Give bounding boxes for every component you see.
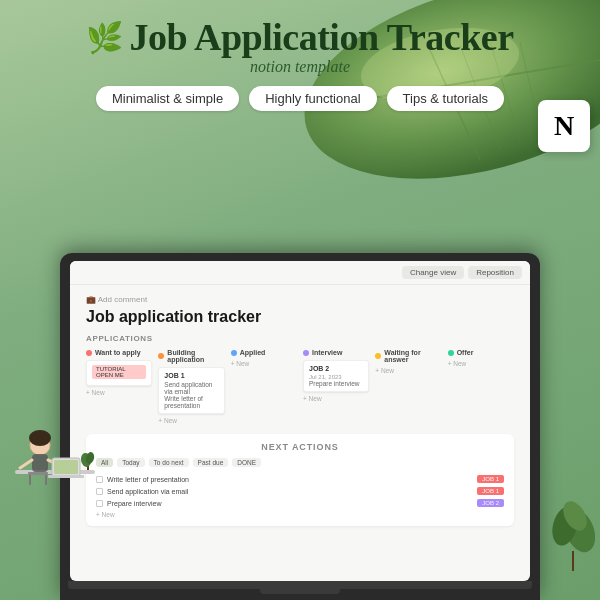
person-illustration [10,410,100,500]
kanban-new[interactable]: + New [158,417,224,424]
page-title: Job application tracker [86,308,514,326]
kanban-col-label: Interview [312,349,342,356]
card-item: Send application via email [164,381,218,395]
action-new[interactable]: + New [96,511,504,518]
notion-logo: N [538,100,590,152]
action-job-tag: JOB 1 [477,487,504,495]
card-title: JOB 2 [309,365,363,372]
action-text: Prepare interview [107,500,161,507]
kanban-dot [86,350,92,356]
kanban-col-applied: Applied + New [231,349,297,424]
badge-functional: Highly functional [249,86,376,111]
kanban-dot [375,353,381,359]
topbar-change-view[interactable]: Change view [402,266,464,279]
filter-past-due[interactable]: Past due [193,458,229,467]
laptop-stand [260,589,340,594]
svg-point-22 [29,430,51,446]
breadcrumb-text: Add comment [98,295,147,304]
subtitle: notion template [0,58,600,76]
badge-minimalist: Minimalist & simple [96,86,239,111]
svg-rect-17 [54,460,78,474]
next-actions-title: NEXT ACTIONS [96,442,504,452]
filter-todo-next[interactable]: To do next [149,458,189,467]
plant-decoration [545,491,595,580]
filter-row: All Today To do next Past due DONE [96,458,504,467]
kanban-col-building: Building application JOB 1 Send applicat… [158,349,224,424]
applications-label: APPLICATIONS [86,334,514,343]
kanban-card[interactable]: JOB 1 Send application via email Write l… [158,367,224,414]
kanban-col-label: Waiting for answer [384,349,441,363]
kanban-header-applied: Applied [231,349,297,356]
kanban-board: Want to apply TUTORIAL OPEN ME + New [86,349,514,424]
breadcrumb-icon: 💼 [86,295,98,304]
kanban-col-label: Offer [457,349,474,356]
kanban-col-offer: Offer + New [448,349,514,424]
action-item-left: Send application via email [96,488,188,495]
breadcrumb: 💼 Add comment [86,295,514,304]
action-item-1: Send application via email JOB 1 [96,485,504,497]
svg-rect-18 [48,475,84,478]
kanban-header-waiting: Waiting for answer [375,349,441,363]
kanban-col-interview: Interview JOB 2 Jul 21, 2023 Prepare int… [303,349,369,424]
action-item-0: Write letter of presentation JOB 1 [96,473,504,485]
kanban-card[interactable]: TUTORIAL OPEN ME [86,360,152,386]
filter-today[interactable]: Today [117,458,144,467]
action-job-tag: JOB 1 [477,475,504,483]
kanban-col-label: Want to apply [95,349,141,356]
laptop-screen: Change view Reposition 💼 Add comment Job… [70,261,530,581]
svg-line-14 [20,460,32,468]
notion-topbar: Change view Reposition [70,261,530,285]
title-icon: 🌿 [86,20,123,55]
kanban-dot [303,350,309,356]
title-row: 🌿 Job Application Tracker [0,18,600,56]
filter-done[interactable]: DONE [232,458,261,467]
action-item-2: Prepare interview JOB 2 [96,497,504,509]
kanban-new[interactable]: + New [375,367,441,374]
notion-logo-letter: N [554,110,574,142]
kanban-header-interview: Interview [303,349,369,356]
action-job-tag: JOB 2 [477,499,504,507]
laptop: Change view Reposition 💼 Add comment Job… [60,253,540,600]
kanban-card[interactable]: JOB 2 Jul 21, 2023 Prepare interview [303,360,369,392]
page-header: 🌿 Job Application Tracker notion templat… [0,10,600,111]
action-text: Send application via email [107,488,188,495]
kanban-dot [158,353,164,359]
badge-tips: Tips & tutorials [387,86,505,111]
main-title: Job Application Tracker [129,18,513,56]
notion-ui: Change view Reposition 💼 Add comment Job… [70,261,530,581]
action-item-left: Write letter of presentation [96,476,189,483]
card-title: JOB 1 [164,372,218,379]
next-actions-section: NEXT ACTIONS All Today To do next Past d… [86,434,514,526]
kanban-new[interactable]: + New [303,395,369,402]
kanban-col-label: Building application [167,349,224,363]
laptop-base [68,581,532,589]
action-text: Write letter of presentation [107,476,189,483]
kanban-dot [231,350,237,356]
kanban-header-building: Building application [158,349,224,363]
card-item: Write letter of presentation [164,395,218,409]
card-tag: TUTORIAL OPEN ME [92,365,146,379]
action-checkbox[interactable] [96,500,103,507]
kanban-new[interactable]: + New [231,360,297,367]
svg-rect-19 [28,472,48,475]
laptop-body: Change view Reposition 💼 Add comment Job… [60,253,540,600]
card-item: Prepare interview [309,380,363,387]
kanban-header-want-to-apply: Want to apply [86,349,152,356]
kanban-dot [448,350,454,356]
svg-rect-13 [32,454,48,472]
action-item-left: Prepare interview [96,500,161,507]
notion-content: 💼 Add comment Job application tracker AP… [70,285,530,536]
kanban-new[interactable]: + New [448,360,514,367]
kanban-new[interactable]: + New [86,389,152,396]
kanban-col-waiting: Waiting for answer + New [375,349,441,424]
kanban-col-label: Applied [240,349,266,356]
kanban-header-offer: Offer [448,349,514,356]
badges-row: Minimalist & simple Highly functional Ti… [0,86,600,111]
topbar-reposition[interactable]: Reposition [468,266,522,279]
